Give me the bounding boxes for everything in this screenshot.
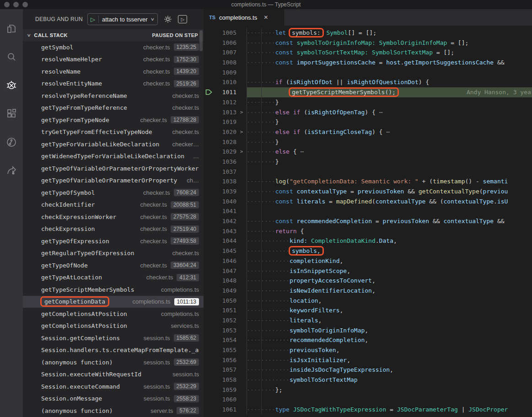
- code-line[interactable]: 1053············symbolToOriginInfoMap,: [204, 326, 532, 336]
- stack-frame[interactable]: (anonymous function)session.ts2532:69: [23, 356, 204, 369]
- breakpoint-gutter[interactable]: [204, 77, 214, 87]
- stack-frame[interactable]: Session.handlers.ts.createMapFromTemplat…: [23, 344, 204, 357]
- breakpoint-gutter[interactable]: [204, 206, 214, 216]
- code-line[interactable]: 1005········let symbols: Symbol[] = [];: [204, 28, 532, 38]
- code-line[interactable]: 1052············literals,: [204, 315, 532, 326]
- code-line[interactable]: 1006········const symbolToOriginInfoMap:…: [204, 38, 532, 48]
- code-editor[interactable]: 1005········let symbols: Symbol[] = [];1…: [204, 26, 532, 417]
- breakpoint-gutter[interactable]: [204, 276, 214, 286]
- breakpoint-gutter[interactable]: [204, 68, 214, 78]
- code-line[interactable]: 1040········const literals = mapDefined(…: [204, 197, 532, 207]
- breakpoint-gutter[interactable]: [204, 256, 214, 266]
- stack-frame[interactable]: (anonymous function)server.ts576:22: [23, 405, 204, 417]
- code-line[interactable]: 1041: [204, 206, 532, 216]
- breakpoint-gutter[interactable]: [204, 345, 214, 355]
- activity-item-search[interactable]: [0, 44, 23, 72]
- call-stack-header[interactable]: ∨ CALL STACK PAUSED ON STEP: [23, 29, 204, 41]
- breakpoint-gutter[interactable]: [204, 117, 214, 127]
- breakpoint-gutter[interactable]: [204, 197, 214, 207]
- breakpoint-gutter[interactable]: [204, 176, 214, 187]
- fold-chevron-icon[interactable]: >: [236, 107, 247, 118]
- stack-frame[interactable]: getTypeFromTypeReferencechecker.ts: [23, 102, 204, 114]
- stack-frame[interactable]: getTypeOfVariableOrParameterOrPropertyWo…: [23, 162, 204, 175]
- code-line[interactable]: 1042········const recommendedCompletion …: [204, 216, 532, 226]
- breakpoint-gutter[interactable]: [204, 315, 214, 326]
- breakpoint-gutter[interactable]: [204, 395, 214, 405]
- stack-frame[interactable]: Session.executeCommandsession.ts2532:29: [23, 380, 204, 393]
- stack-frame[interactable]: checkExpressionWorkerchecker.ts27575:28: [23, 211, 204, 223]
- breakpoint-gutter[interactable]: [204, 375, 214, 385]
- stack-frame[interactable]: checkIdentifierchecker.ts20088:51: [23, 199, 204, 211]
- code-line[interactable]: 1046············completionKind,: [204, 256, 532, 266]
- start-debug-icon[interactable]: ▷: [91, 16, 95, 22]
- breakpoint-gutter[interactable]: [204, 296, 214, 306]
- code-line[interactable]: 1057············insideJsDocTagTypeExpres…: [204, 365, 532, 375]
- code-line[interactable]: 1039········const contextualType = previ…: [204, 187, 532, 197]
- code-line[interactable]: 1038········log("getCompletionData: Sema…: [204, 176, 532, 187]
- code-line[interactable]: 1051············keywordFilters,: [204, 305, 532, 315]
- breakpoint-gutter[interactable]: [204, 137, 214, 147]
- breakpoint-gutter[interactable]: [204, 107, 214, 118]
- stack-frame[interactable]: getSymbolchecker.ts1235:25: [23, 41, 204, 53]
- minimize-window-button[interactable]: [13, 2, 19, 7]
- code-line[interactable]: 1043········return {: [204, 226, 532, 236]
- code-line[interactable]: 1060: [204, 395, 532, 405]
- activity-item-extensions[interactable]: [0, 101, 23, 129]
- stack-frame[interactable]: getCompletionDatacompletions.ts1011:13: [23, 296, 204, 308]
- activity-item-share-arrow[interactable]: [0, 157, 23, 186]
- stack-frame[interactable]: getTypeFromTypeNodechecker.ts12788:28: [23, 114, 204, 126]
- code-line[interactable]: 1013>········else if (isRightOfOpenTag) …: [204, 107, 532, 118]
- stack-frame[interactable]: getTypeScriptMemberSymbolscompletions.ts: [23, 283, 204, 296]
- close-tab-icon[interactable]: ✕: [263, 14, 268, 21]
- breakpoint-gutter[interactable]: [204, 246, 214, 256]
- stack-frame[interactable]: getTypeAtLocationchecker.ts412:31: [23, 272, 204, 284]
- code-line[interactable]: 1050············location,: [204, 296, 532, 306]
- code-line[interactable]: 1047············isInSnippetScope,: [204, 266, 532, 276]
- code-line[interactable]: 1044············kind: CompletionDataKind…: [204, 236, 532, 246]
- breakpoint-gutter[interactable]: [204, 385, 214, 395]
- fold-chevron-icon[interactable]: >: [236, 127, 247, 137]
- stack-frame[interactable]: tryGetTypeFromEffectiveTypeNodechecker.t…: [23, 126, 204, 139]
- code-line[interactable]: 1061········type JSDocTagWithTypeExpress…: [204, 405, 532, 415]
- sidebar-scrollbar[interactable]: [199, 30, 203, 51]
- breakpoint-gutter[interactable]: [204, 236, 214, 246]
- code-line[interactable]: 1049············isNewIdentifierLocation,: [204, 286, 532, 296]
- code-line[interactable]: 1011············getTypeScriptMemberSymbo…: [204, 87, 532, 97]
- breakpoint-gutter[interactable]: [204, 167, 214, 177]
- breakpoint-gutter[interactable]: [204, 226, 214, 236]
- code-line[interactable]: 1009: [204, 68, 532, 78]
- code-line[interactable]: 1028········}: [204, 137, 532, 147]
- code-line[interactable]: 1059········};: [204, 385, 532, 395]
- stack-frame[interactable]: Session.executeWithRequestIdsession.ts: [23, 369, 204, 381]
- activity-item-debug[interactable]: [0, 72, 23, 101]
- code-line[interactable]: 1048············propertyAccessToConvert,: [204, 276, 532, 286]
- code-line[interactable]: 1020>········else if (isStartingCloseTag…: [204, 127, 532, 137]
- stack-frame[interactable]: getWidenedTypeForVariableLikeDeclaration…: [23, 150, 204, 163]
- code-line[interactable]: 1007········const symbolToSortTextMap: S…: [204, 48, 532, 58]
- code-line[interactable]: 1037: [204, 167, 532, 177]
- breakpoint-gutter[interactable]: [204, 326, 214, 336]
- code-line[interactable]: 1045············symbols,: [204, 246, 532, 256]
- breakpoint-gutter[interactable]: [204, 127, 214, 137]
- debug-settings-button[interactable]: [162, 14, 173, 25]
- breakpoint-gutter[interactable]: [204, 38, 214, 48]
- activity-item-circle-branch[interactable]: [0, 129, 23, 157]
- stack-frame[interactable]: getTypeForVariableLikeDeclarationchecker…: [23, 138, 204, 150]
- code-line[interactable]: 1058············symbolToSortTextMap: [204, 375, 532, 385]
- fold-chevron-icon[interactable]: >: [236, 147, 247, 157]
- breakpoint-gutter[interactable]: [204, 365, 214, 375]
- stack-frame[interactable]: Session.getCompletionssession.ts1585:62: [23, 332, 204, 344]
- code-line[interactable]: 1008········const importSuggestionsCache…: [204, 58, 532, 68]
- stack-frame[interactable]: resolveEntityNamechecker.ts2519:26: [23, 78, 204, 90]
- stack-frame[interactable]: getCompletionsAtPositioncompletions.ts: [23, 308, 204, 320]
- stack-frame[interactable]: resolveNamechecker.ts1439:20: [23, 65, 204, 78]
- stack-frame[interactable]: resolveNameHelperchecker.ts1752:30: [23, 53, 204, 66]
- breakpoint-gutter[interactable]: [204, 286, 214, 296]
- breakpoint-gutter[interactable]: [204, 97, 214, 107]
- breakpoint-gutter[interactable]: [204, 187, 214, 197]
- stack-frame[interactable]: getTypeOfVariableOrParameterOrPropertych…: [23, 175, 204, 187]
- stack-frame[interactable]: getTypeOfExpressionchecker.ts27493:58: [23, 235, 204, 247]
- activity-item-explorer[interactable]: [0, 16, 23, 44]
- breakpoint-gutter[interactable]: [204, 28, 214, 38]
- tab-completions-ts[interactable]: TS completions.ts ✕: [204, 9, 284, 26]
